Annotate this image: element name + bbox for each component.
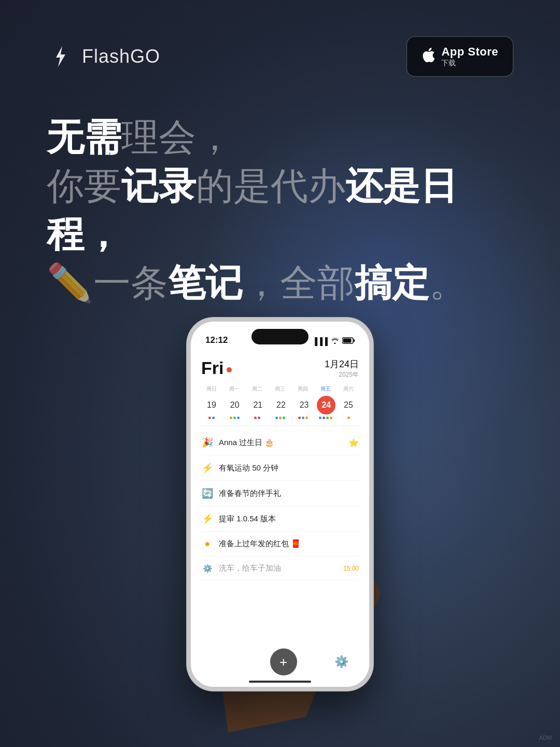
task-item-3[interactable]: 🔄 准备春节的伴手礼 (201, 481, 359, 506)
headline-line1: 无需理会， (47, 113, 513, 162)
task-emoji-4: ⚡ (201, 513, 214, 524)
wifi-icon (331, 337, 339, 345)
day-mon: 周一 (224, 385, 245, 393)
logo: FlashGO (47, 43, 160, 70)
task-item-4[interactable]: ⚡ 提审 1.0.54 版本 (201, 506, 359, 532)
phone-frame: 12:12 ▐▐▐ (187, 317, 373, 691)
day-tue: 周二 (247, 385, 268, 393)
date-info: 1月24日 2025年 (325, 358, 359, 379)
task-item-5[interactable]: ● 准备上过年发的红包 🧧 (201, 532, 359, 557)
header: FlashGO App Store 下载 (0, 0, 560, 77)
task-list: 🎉 Anna 过生日 🎂 ⭐ ⚡ 有氧运动 50 分钟 🔄 准备春节的伴手礼 (201, 430, 359, 580)
headline-bold-1: 无需 (47, 116, 121, 158)
headline-dim-1: 理会， (121, 116, 233, 158)
task-text-4: 提审 1.0.54 版本 (219, 514, 359, 524)
home-indicator (249, 681, 311, 683)
svg-marker-0 (56, 46, 65, 67)
status-icons: ▐▐▐ (312, 337, 355, 345)
svg-rect-2 (343, 339, 352, 343)
date-23: 23 (294, 396, 315, 414)
day-dot (227, 367, 232, 372)
task-emoji-3: 🔄 (201, 488, 214, 499)
day-thu: 周四 (292, 385, 313, 393)
date-21: 21 (247, 396, 268, 414)
day-fri: 周五 (315, 385, 336, 393)
task-star-1: ⭐ (348, 438, 359, 448)
week-dots (201, 417, 359, 419)
task-item-1[interactable]: 🎉 Anna 过生日 🎂 ⭐ (201, 430, 359, 455)
headline: 无需理会， 你要记录的是代办还是日程， ✏️一条笔记，全部搞定。 (0, 77, 560, 307)
status-time: 12:12 (205, 335, 228, 345)
day-sat: 周六 (338, 385, 359, 393)
phone-scene: 12:12 ▐▐▐ (137, 307, 423, 732)
phone-inner: 12:12 ▐▐▐ (191, 322, 369, 687)
settings-button[interactable]: ⚙️ (334, 655, 348, 669)
date-text: 1月24日 (325, 358, 359, 370)
task-emoji-2: ⚡ (201, 462, 214, 474)
appstore-button[interactable]: App Store 下载 (407, 36, 513, 77)
task-text-3: 准备春节的伴手礼 (219, 489, 359, 499)
task-text-1: Anna 过生日 🎂 (219, 438, 343, 448)
dynamic-island (251, 329, 309, 344)
logo-text: FlashGO (82, 46, 160, 67)
date-25: 25 (338, 396, 359, 414)
task-time-6: 15:00 (343, 565, 359, 572)
date-24-active[interactable]: 24 (317, 396, 335, 414)
task-emoji-6: ⚙️ (201, 564, 214, 573)
week-calendar: 周日 周一 周二 周三 周四 周五 周六 19 20 (201, 385, 359, 419)
day-sun: 周日 (201, 385, 222, 393)
day-wed: 周三 (270, 385, 290, 393)
add-button[interactable]: + (270, 648, 297, 675)
week-days-labels: 周日 周一 周二 周三 周四 周五 周六 (201, 385, 359, 393)
date-20: 20 (225, 396, 245, 414)
day-text: Fri (201, 358, 223, 378)
appstore-subtitle: 下载 (441, 59, 456, 68)
task-item-6[interactable]: ⚙️ 洗车，给车子加油 15:00 (201, 557, 359, 580)
headline-line3: ✏️一条笔记，全部搞定。 (47, 259, 513, 308)
year-text: 2025年 (325, 370, 359, 379)
date-19: 19 (201, 396, 222, 414)
divider (201, 425, 359, 426)
apple-icon (422, 47, 435, 66)
appstore-text: App Store 下载 (441, 45, 498, 68)
task-text-2: 有氧运动 50 分钟 (219, 463, 359, 473)
task-emoji-5: ● (201, 538, 214, 549)
date-22: 22 (271, 396, 291, 414)
signal-icon: ▐▐▐ (312, 337, 328, 345)
app-header-row: Fri 1月24日 2025年 (201, 358, 359, 379)
app-content: Fri 1月24日 2025年 周日 (191, 350, 369, 687)
logo-icon (47, 43, 74, 70)
appstore-title: App Store (441, 45, 498, 59)
task-emoji-1: 🎉 (201, 437, 214, 448)
headline-line2: 你要记录的是代办还是日程， (47, 162, 513, 259)
week-dates: 19 20 21 22 23 24 25 (201, 396, 359, 414)
battery-icon (342, 337, 355, 345)
svg-rect-3 (354, 339, 355, 342)
day-display: Fri (201, 358, 232, 378)
task-text-5: 准备上过年发的红包 🧧 (219, 539, 359, 549)
task-item-2[interactable]: ⚡ 有氧运动 50 分钟 (201, 455, 359, 481)
task-text-6: 洗车，给车子加油 (219, 563, 338, 573)
